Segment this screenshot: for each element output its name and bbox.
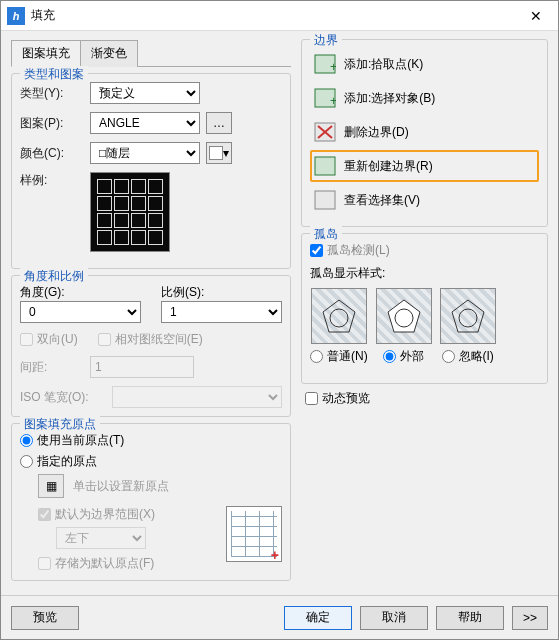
svg-point-14 bbox=[459, 309, 477, 327]
pick-point-icon: + bbox=[312, 52, 338, 76]
view-selection-icon bbox=[312, 188, 338, 212]
pattern-browse-button[interactable]: … bbox=[206, 112, 232, 134]
svg-text:+: + bbox=[330, 94, 336, 108]
island-style-ignore-pic[interactable] bbox=[440, 288, 496, 344]
legend-boundary: 边界 bbox=[310, 32, 342, 49]
label-island-style: 孤岛显示样式: bbox=[310, 265, 539, 282]
delete-boundary-icon bbox=[312, 120, 338, 144]
close-button[interactable]: ✕ bbox=[514, 1, 558, 31]
label-pattern: 图案(P): bbox=[20, 115, 84, 132]
group-type-pattern: 类型和图案 类型(Y): 预定义 图案(P): ANGLE … 颜色(C): □… bbox=[11, 73, 291, 269]
help-button[interactable]: 帮助 bbox=[436, 606, 504, 630]
select-iso-pen bbox=[112, 386, 282, 408]
radio-specify-origin[interactable]: 指定的原点 bbox=[20, 453, 282, 470]
pick-origin-icon: ▦ bbox=[38, 474, 64, 498]
input-spacing bbox=[90, 356, 194, 378]
group-boundary: 边界 + 添加:拾取点(K) + 添加:选择对象(B) 删除边界(D) 重新创建… bbox=[301, 39, 548, 227]
select-scale[interactable]: 1 bbox=[161, 301, 282, 323]
select-angle[interactable]: 0 bbox=[20, 301, 141, 323]
checkbox-dynamic-preview[interactable]: 动态预览 bbox=[305, 390, 548, 407]
origin-preview-swatch bbox=[226, 506, 282, 562]
tab-pattern-fill[interactable]: 图案填充 bbox=[11, 40, 81, 67]
svg-point-10 bbox=[330, 309, 348, 327]
label-angle: 角度(G): bbox=[20, 284, 141, 301]
legend-island: 孤岛 bbox=[310, 226, 342, 243]
color-swatch-button[interactable]: ▾ bbox=[206, 142, 232, 164]
legend-origin: 图案填充原点 bbox=[20, 416, 100, 433]
expand-button[interactable]: >> bbox=[512, 606, 548, 630]
label-iso-pen: ISO 笔宽(O): bbox=[20, 389, 106, 406]
legend-type-pattern: 类型和图案 bbox=[20, 66, 88, 83]
checkbox-bidirectional[interactable]: 双向(U) bbox=[20, 331, 78, 348]
radio-use-current-origin[interactable]: 使用当前原点(T) bbox=[20, 432, 282, 449]
checkbox-default-extent: 默认为边界范围(X) bbox=[38, 506, 218, 523]
svg-rect-8 bbox=[315, 191, 335, 209]
checkbox-relative-paper[interactable]: 相对图纸空间(E) bbox=[98, 331, 203, 348]
recreate-boundary-icon bbox=[312, 154, 338, 178]
boundary-recreate[interactable]: 重新创建边界(R) bbox=[310, 150, 539, 182]
svg-text:+: + bbox=[330, 60, 336, 74]
boundary-delete[interactable]: 删除边界(D) bbox=[310, 116, 539, 148]
radio-island-outer[interactable]: 外部 bbox=[383, 348, 424, 365]
boundary-add-pick[interactable]: + 添加:拾取点(K) bbox=[310, 48, 539, 80]
preview-button[interactable]: 预览 bbox=[11, 606, 79, 630]
cancel-button[interactable]: 取消 bbox=[360, 606, 428, 630]
tab-bar: 图案填充 渐变色 bbox=[11, 39, 291, 67]
checkbox-store-default: 存储为默认原点(F) bbox=[38, 555, 218, 572]
label-type: 类型(Y): bbox=[20, 85, 84, 102]
label-sample: 样例: bbox=[20, 172, 84, 189]
sample-swatch[interactable] bbox=[90, 172, 170, 252]
select-corner: 左下 bbox=[56, 527, 146, 549]
footer: 预览 确定 取消 帮助 >> bbox=[1, 595, 558, 639]
island-style-outer-pic[interactable] bbox=[376, 288, 432, 344]
select-type[interactable]: 预定义 bbox=[90, 82, 200, 104]
boundary-add-select[interactable]: + 添加:选择对象(B) bbox=[310, 82, 539, 114]
svg-rect-7 bbox=[315, 157, 335, 175]
select-pattern[interactable]: ANGLE bbox=[90, 112, 200, 134]
group-island: 孤岛 孤岛检测(L) 孤岛显示样式: 普通(N) 外部 忽略(I) bbox=[301, 233, 548, 384]
group-angle-scale: 角度和比例 角度(G): 0 比例(S): 1 双向(U) 相对图纸空间(E) bbox=[11, 275, 291, 417]
radio-island-normal[interactable]: 普通(N) bbox=[310, 348, 368, 365]
select-object-icon: + bbox=[312, 86, 338, 110]
label-spacing: 间距: bbox=[20, 359, 84, 376]
window-title: 填充 bbox=[31, 7, 514, 24]
label-scale: 比例(S): bbox=[161, 284, 282, 301]
legend-angle-scale: 角度和比例 bbox=[20, 268, 88, 285]
title-bar: h 填充 ✕ bbox=[1, 1, 558, 31]
tab-gradient[interactable]: 渐变色 bbox=[80, 40, 138, 67]
radio-island-ignore[interactable]: 忽略(I) bbox=[442, 348, 494, 365]
checkbox-island-detect[interactable]: 孤岛检测(L) bbox=[310, 242, 539, 259]
ok-button[interactable]: 确定 bbox=[284, 606, 352, 630]
boundary-view-selection[interactable]: 查看选择集(V) bbox=[310, 184, 539, 216]
label-color: 颜色(C): bbox=[20, 145, 84, 162]
app-icon: h bbox=[7, 7, 25, 25]
group-origin: 图案填充原点 使用当前原点(T) 指定的原点 ▦ 单击以设置新原点 默认为边界范… bbox=[11, 423, 291, 581]
select-color[interactable]: □随层 bbox=[90, 142, 200, 164]
island-style-normal-pic[interactable] bbox=[311, 288, 367, 344]
label-click-set-origin: 单击以设置新原点 bbox=[73, 478, 169, 495]
